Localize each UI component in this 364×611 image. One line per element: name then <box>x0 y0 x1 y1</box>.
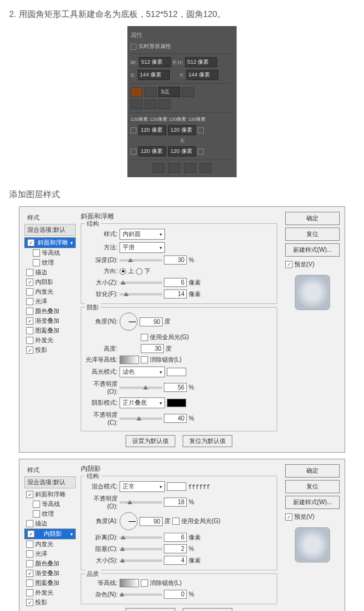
depth-slider[interactable] <box>120 259 162 262</box>
join-btn[interactable] <box>158 100 170 109</box>
reset-default-btn[interactable]: 复位为默认值 <box>183 608 232 611</box>
soften-value[interactable]: 14 <box>164 289 187 299</box>
link-corners-icon[interactable]: ⎘ <box>181 138 184 144</box>
style-checkbox[interactable] <box>26 560 33 567</box>
corner-chk-3[interactable] <box>130 149 136 155</box>
size-value[interactable]: 6 <box>164 278 187 287</box>
style-item[interactable]: 描边 <box>24 519 76 528</box>
style-item[interactable]: 光泽 <box>24 297 76 306</box>
set-default-btn[interactable]: 设置为默认值 <box>126 608 175 611</box>
style-item[interactable]: 渐变叠加 <box>24 316 76 326</box>
style-item[interactable]: 内发光 <box>24 539 76 549</box>
style-item[interactable]: 等高线 <box>24 248 76 258</box>
style-item[interactable]: 颜色叠加 <box>24 559 76 569</box>
preview-cb[interactable] <box>285 513 292 521</box>
style-item[interactable]: 斜面和浮雕 <box>24 490 76 499</box>
corner-3[interactable]: 120 像素 <box>138 146 166 157</box>
fill-swatch[interactable] <box>130 87 143 97</box>
style-item[interactable]: 内发光 <box>24 287 76 297</box>
style-item[interactable]: 投影 <box>24 598 76 607</box>
style-checkbox[interactable] <box>26 579 33 587</box>
corner-4[interactable]: 120 像素 <box>168 146 196 157</box>
hop-value[interactable]: 56 <box>164 383 187 392</box>
link-icon[interactable]: ⎘ <box>173 59 176 66</box>
align-btn[interactable] <box>130 100 143 109</box>
style-checkbox[interactable] <box>26 288 33 295</box>
set-default-btn[interactable]: 设置为默认值 <box>126 435 175 447</box>
style-checkbox[interactable] <box>26 491 33 498</box>
style-item[interactable]: 渐变叠加 <box>24 569 76 578</box>
stroke-type[interactable] <box>182 87 194 97</box>
cancel-btn[interactable]: 复位 <box>285 228 340 241</box>
stroke-swatch[interactable] <box>144 87 157 97</box>
dist-slider[interactable] <box>120 536 162 539</box>
highlight-color[interactable] <box>167 368 186 376</box>
path-op-3[interactable] <box>184 163 196 173</box>
global-light-cb[interactable] <box>141 334 148 341</box>
cap-btn[interactable] <box>144 100 157 109</box>
choke-value[interactable]: 2 <box>164 544 187 553</box>
shadow-color[interactable] <box>167 399 186 407</box>
depth-value[interactable]: 30 <box>164 255 187 265</box>
style-item[interactable]: 内阴影 <box>24 528 76 539</box>
style-item[interactable]: 光泽 <box>24 549 76 559</box>
style-checkbox[interactable] <box>27 239 35 246</box>
corner-chk-4[interactable] <box>198 149 204 155</box>
size-slider[interactable] <box>120 282 162 284</box>
style-item[interactable]: 图案叠加 <box>24 578 76 588</box>
soften-slider[interactable] <box>120 293 162 295</box>
blend-options[interactable]: 混合选项:默认 <box>24 476 76 488</box>
angle-value[interactable]: 90 <box>140 517 163 526</box>
style-item[interactable]: 描边 <box>24 268 76 277</box>
style-checkbox[interactable] <box>26 520 33 527</box>
contour-picker[interactable] <box>120 579 139 587</box>
style-checkbox[interactable] <box>26 278 33 286</box>
ok-btn[interactable]: 确定 <box>285 464 340 478</box>
angle-wheel[interactable] <box>120 312 138 331</box>
style-checkbox[interactable] <box>26 298 33 305</box>
style-checkbox[interactable] <box>26 589 33 596</box>
angle-value[interactable]: 90 <box>140 317 163 326</box>
style-checkbox[interactable] <box>26 570 33 577</box>
path-op-1[interactable] <box>152 163 164 173</box>
choke-slider[interactable] <box>120 548 162 550</box>
corner-2[interactable]: 120 像素 <box>168 125 196 135</box>
style-checkbox[interactable] <box>26 337 33 344</box>
global-cb[interactable] <box>172 518 180 525</box>
style-checkbox[interactable] <box>26 550 33 558</box>
blend-select[interactable]: 正常 <box>120 481 165 492</box>
style-item[interactable]: 内阴影 <box>24 277 76 287</box>
size-value[interactable]: 4 <box>164 556 187 565</box>
noise-slider[interactable] <box>120 593 162 596</box>
style-checkbox[interactable] <box>33 259 40 266</box>
op-slider[interactable] <box>120 501 162 504</box>
hop-slider[interactable] <box>120 387 162 389</box>
style-checkbox[interactable] <box>26 346 33 354</box>
op-value[interactable]: 18 <box>164 498 187 507</box>
gloss-anti-cb[interactable] <box>141 356 148 363</box>
style-checkbox[interactable] <box>33 249 40 257</box>
style-checkbox[interactable] <box>26 308 33 315</box>
blend-options[interactable]: 混合选项:默认 <box>24 224 76 236</box>
w-field[interactable]: 512 像素 <box>139 57 171 67</box>
style-checkbox[interactable] <box>27 530 35 538</box>
x-field[interactable]: 144 像素 <box>138 70 170 80</box>
gloss-contour[interactable] <box>120 356 139 364</box>
size-slider[interactable] <box>120 559 162 562</box>
sop-value[interactable]: 40 <box>164 414 187 423</box>
y-field[interactable]: 144 像素 <box>186 70 218 80</box>
style-item[interactable]: 图案叠加 <box>24 326 76 336</box>
preview-cb[interactable] <box>285 261 292 268</box>
dir-down-radio[interactable] <box>136 268 143 275</box>
sop-slider[interactable] <box>120 417 162 420</box>
ok-btn[interactable]: 确定 <box>285 212 340 225</box>
shadow-color-swatch[interactable] <box>167 482 186 491</box>
style-item[interactable]: 外发光 <box>24 588 76 598</box>
style-item[interactable]: 纹理 <box>24 258 76 268</box>
style-checkbox[interactable] <box>26 317 33 325</box>
cancel-btn[interactable]: 复位 <box>285 480 340 493</box>
style-checkbox[interactable] <box>26 327 33 334</box>
corner-1[interactable]: 120 像素 <box>138 125 166 135</box>
new-style-btn[interactable]: 新建样式(W)... <box>285 243 340 257</box>
style-item[interactable]: 纹理 <box>24 509 76 519</box>
